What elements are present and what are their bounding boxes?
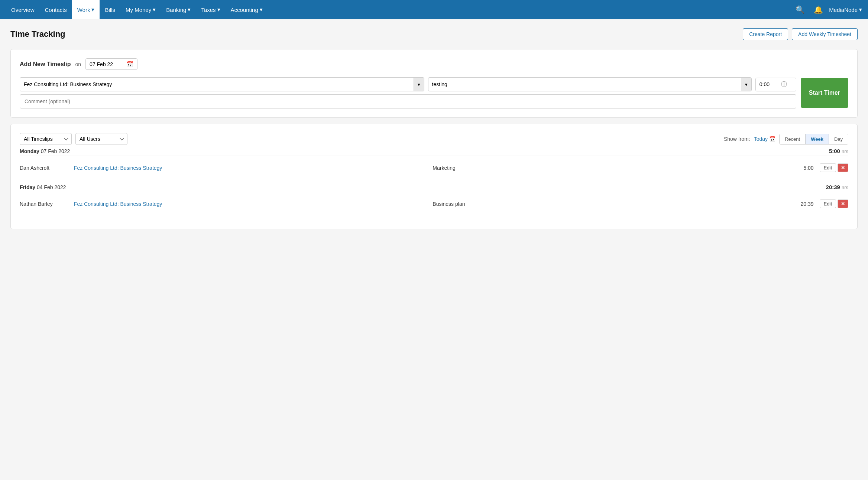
day-hours-label-0: hrs [842,149,848,154]
notifications-button[interactable]: 🔔 [811,4,826,16]
task-chevron-icon: ▾ [745,82,748,87]
page-header: Time Tracking Create Report Add Weekly T… [10,28,858,40]
week-view-button[interactable]: Week [805,134,829,144]
day-section-1: Friday 04 Feb 2022 20:39 hrs Nathan Barl… [20,184,848,211]
recent-view-button[interactable]: Recent [780,134,805,144]
date-input[interactable] [90,61,123,67]
entry-hours-1-0: 20:39 [791,201,814,207]
taxes-chevron-icon: ▾ [217,6,220,13]
add-timeslip-label: Add New Timeslip [20,61,71,68]
search-button[interactable]: 🔍 [793,4,808,16]
day-name-1: Friday [20,184,37,190]
day-hours-1: 20:39 hrs [826,184,848,190]
delete-button-1-0[interactable]: ✕ [838,200,848,208]
show-from-label: Show from: [724,136,750,142]
nav-item-overview[interactable]: Overview [6,0,40,19]
bell-icon: 🔔 [814,5,823,14]
entry-user-1-0: Nathan Barley [20,201,68,207]
user-chevron-icon: ▾ [859,6,862,13]
nav-item-contacts[interactable]: Contacts [40,0,72,19]
day-name-0: Monday [20,148,41,154]
help-icon[interactable]: ⓘ [781,81,787,88]
start-timer-button[interactable]: Start Timer [801,78,848,108]
comment-input[interactable] [20,94,796,108]
users-filter[interactable]: All UsersDan AshcroftNathan Barley [75,133,127,145]
entry-actions-0-0: Edit ✕ [820,163,848,172]
main-nav: Overview Contacts Work ▾ Bills My Money … [0,0,868,19]
nav-item-taxes[interactable]: Taxes ▾ [196,0,225,19]
day-date-1: 04 Feb 2022 [37,184,66,190]
day-header-1: Friday 04 Feb 2022 20:39 hrs [20,184,848,190]
day-date-0: 07 Feb 2022 [41,148,70,154]
project-dropdown-button[interactable]: ▾ [414,78,424,91]
filter-row: All TimeslipsMy TimeslipsBillableNon-Bil… [20,133,848,145]
nav-item-bills[interactable]: Bills [100,0,120,19]
day-hours-label-1: hrs [842,185,848,190]
user-menu[interactable]: MediaNode ▾ [829,6,862,13]
table-row: Dan Ashcroft Fez Consulting Ltd: Busines… [20,160,848,175]
nav-item-mymoney[interactable]: My Money ▾ [120,0,161,19]
edit-button-1-0[interactable]: Edit [820,200,836,208]
day-divider-0 [20,156,848,156]
entry-project-1-0[interactable]: Fez Consulting Ltd: Business Strategy [74,201,427,207]
day-hours-num-1: 20:39 [826,184,840,190]
create-report-button[interactable]: Create Report [743,28,788,40]
calendar-icon[interactable]: 📅 [126,61,133,68]
accounting-chevron-icon: ▾ [260,6,263,13]
timeslip-inputs: ▾ ▾ ⓘ [20,77,796,108]
show-from-today[interactable]: Today 📅 [754,136,775,142]
today-calendar-icon: 📅 [769,136,775,142]
work-chevron-icon: ▾ [91,6,94,13]
day-header-0: Monday 07 Feb 2022 5:00 hrs [20,148,848,154]
delete-button-0-0[interactable]: ✕ [838,163,848,172]
day-label-0: Monday 07 Feb 2022 [20,148,70,154]
time-input[interactable] [760,81,778,87]
task-dropdown-button[interactable]: ▾ [741,78,751,91]
day-label-1: Friday 04 Feb 2022 [20,184,66,190]
edit-button-0-0[interactable]: Edit [820,163,836,172]
day-hours-num-0: 5:00 [829,148,840,154]
entry-project-0-0[interactable]: Fez Consulting Ltd: Business Strategy [74,165,427,171]
on-label: on [75,61,81,67]
add-timeslip-card: Add New Timeslip on 📅 ▾ [10,49,858,118]
day-divider-1 [20,192,848,192]
banking-chevron-icon: ▾ [188,6,191,13]
page-content: Time Tracking Create Report Add Weekly T… [0,19,868,244]
add-weekly-timesheet-button[interactable]: Add Weekly Timesheet [792,28,858,40]
date-input-wrap: 📅 [85,58,137,70]
time-input-wrap: ⓘ [755,78,796,91]
timeslip-fields: ▾ ▾ ⓘ [20,77,796,91]
table-row: Nathan Barley Fez Consulting Ltd: Busine… [20,197,848,211]
nav-item-banking[interactable]: Banking ▾ [161,0,196,19]
timeslip-list-card: All TimeslipsMy TimeslipsBillableNon-Bil… [10,124,858,229]
nav-item-work[interactable]: Work ▾ [72,0,100,19]
add-timeslip-header: Add New Timeslip on 📅 [20,58,848,70]
page-title: Time Tracking [10,29,65,39]
page-actions: Create Report Add Weekly Timesheet [743,28,858,40]
today-label: Today [754,136,768,142]
project-chevron-icon: ▾ [418,82,420,87]
entry-task-0-0: Marketing [433,165,785,171]
entry-task-1-0: Business plan [433,201,785,207]
entry-actions-1-0: Edit ✕ [820,200,848,208]
task-select-wrap: ▾ [428,77,752,91]
entry-hours-0-0: 5:00 [791,165,814,171]
timeslip-list: Monday 07 Feb 2022 5:00 hrs Dan Ashcroft… [20,145,848,211]
project-select-wrap: ▾ [20,77,424,91]
timeslips-filter[interactable]: All TimeslipsMy TimeslipsBillableNon-Bil… [20,133,72,145]
project-input[interactable] [20,78,414,90]
nav-item-accounting[interactable]: Accounting ▾ [226,0,268,19]
view-buttons: Recent Week Day [779,134,848,145]
timeslip-row: ▾ ▾ ⓘ [20,77,848,108]
search-icon: 🔍 [796,5,805,14]
mymoney-chevron-icon: ▾ [153,6,156,13]
day-section-0: Monday 07 Feb 2022 5:00 hrs Dan Ashcroft… [20,148,848,175]
task-input[interactable] [428,78,741,90]
entry-user-0-0: Dan Ashcroft [20,165,68,171]
day-hours-0: 5:00 hrs [829,148,848,154]
day-view-button[interactable]: Day [829,134,848,144]
